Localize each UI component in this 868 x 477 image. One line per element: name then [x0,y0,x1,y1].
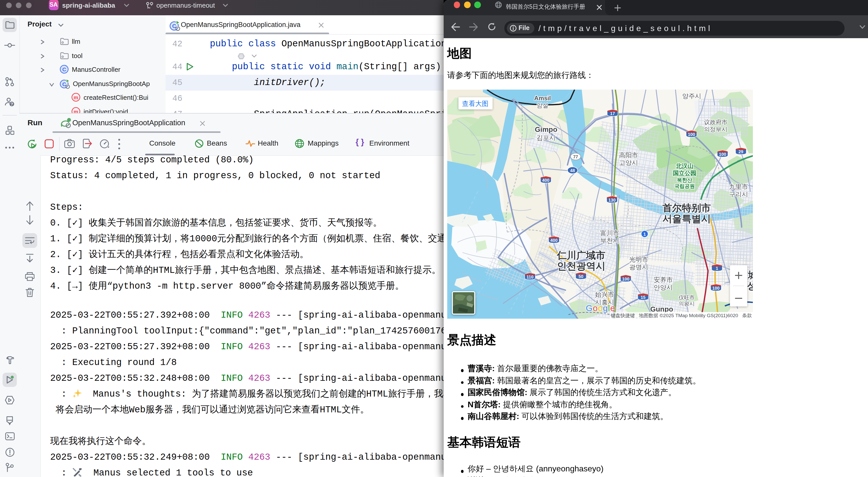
svg-text:400: 400 [550,238,557,243]
svg-text:1: 1 [643,232,645,237]
svg-text:17: 17 [610,111,615,116]
svg-text:77: 77 [573,155,578,159]
svg-text:100: 100 [622,277,629,282]
svg-text:400: 400 [542,178,549,183]
svg-text:100: 100 [712,286,719,291]
svg-text:1: 1 [715,266,718,271]
svg-text:100: 100 [688,132,695,137]
svg-text:100: 100 [719,152,726,157]
svg-text:m: m [73,95,78,100]
svg-text:110: 110 [526,275,533,280]
svg-text:29: 29 [738,150,743,154]
svg-text:48: 48 [570,168,575,173]
svg-text:15: 15 [641,295,645,300]
svg-text:C: C [62,66,66,72]
svg-text:50: 50 [579,274,583,279]
svg-text:C: C [62,81,66,87]
svg-text:?: ? [10,101,13,106]
svg-text:130: 130 [608,198,615,202]
